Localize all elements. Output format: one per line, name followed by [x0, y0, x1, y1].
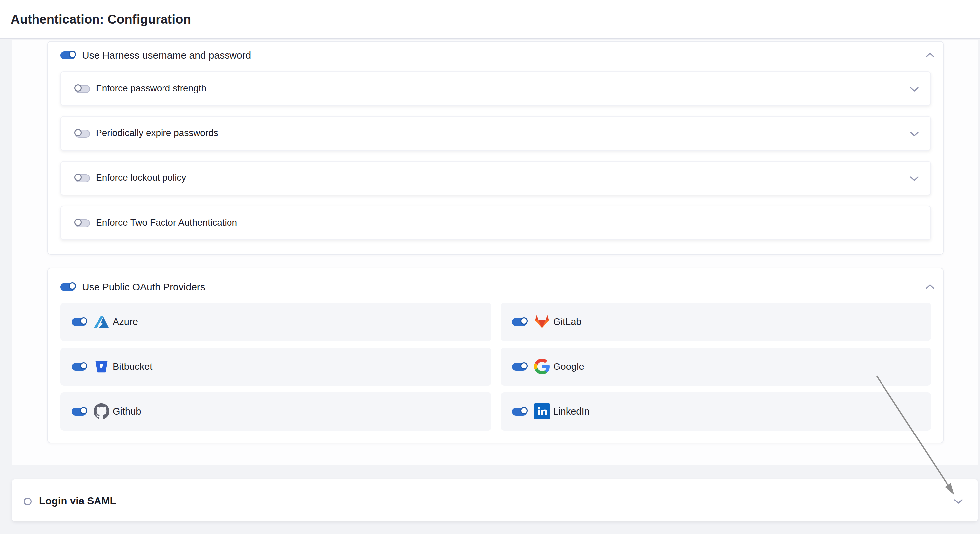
provider-label: GitLab	[553, 316, 581, 327]
provider-tile-github: Github	[60, 393, 492, 431]
oauth-providers-section: Use Public OAuth Providers Azure Bitbuck…	[48, 268, 943, 443]
auth-configuration-page: Authentication: Configuration Use Harnes…	[0, 0, 980, 534]
saml-radio[interactable]	[24, 497, 32, 505]
chevron-up-icon[interactable]	[925, 52, 935, 58]
bitbucket-icon	[94, 359, 110, 375]
setting-label: Enforce Two Factor Authentication	[96, 217, 237, 228]
provider-label: Github	[113, 406, 141, 416]
linkedin-icon	[534, 403, 550, 419]
toggle-knob	[74, 129, 81, 136]
password-strength-toggle[interactable]	[75, 85, 90, 93]
gitlab-toggle[interactable]	[512, 318, 527, 326]
toggle-knob	[80, 407, 87, 414]
toggle-knob	[74, 174, 81, 181]
provider-tile-bitbucket: Bitbucket	[60, 348, 492, 386]
provider-tile-gitlab: GitLab	[501, 303, 931, 341]
setting-row-expire-passwords: Periodically expire passwords	[60, 116, 931, 151]
section-label: Use Harness username and password	[82, 50, 251, 61]
gitlab-icon	[534, 314, 550, 330]
saml-label: Login via SAML	[39, 495, 116, 507]
google-toggle[interactable]	[512, 363, 527, 371]
chevron-up-icon[interactable]	[925, 284, 935, 289]
setting-label: Enforce lockout policy	[96, 172, 186, 183]
chevron-down-icon[interactable]	[910, 176, 919, 182]
setting-row-lockout-policy: Enforce lockout policy	[60, 161, 931, 195]
azure-icon	[94, 314, 110, 330]
github-toggle[interactable]	[72, 408, 87, 416]
github-icon	[94, 403, 110, 419]
toggle-knob	[68, 282, 76, 289]
page-title: Authentication: Configuration	[11, 0, 191, 38]
provider-label: LinkedIn	[553, 406, 590, 416]
lockout-policy-toggle[interactable]	[75, 175, 90, 183]
google-icon	[534, 359, 550, 375]
setting-label: Periodically expire passwords	[96, 128, 218, 138]
chevron-down-icon[interactable]	[954, 499, 963, 504]
provider-label: Google	[553, 361, 584, 372]
bitbucket-toggle[interactable]	[72, 363, 87, 371]
page-header: Authentication: Configuration	[0, 0, 980, 39]
setting-label: Enforce password strength	[96, 83, 206, 94]
provider-tile-azure: Azure	[60, 303, 492, 341]
provider-label: Bitbucket	[113, 361, 152, 372]
saml-login-section: Login via SAML	[12, 479, 978, 521]
linkedin-toggle[interactable]	[512, 408, 527, 416]
toggle-knob	[80, 318, 87, 325]
toggle-knob	[520, 362, 528, 369]
username-password-toggle[interactable]	[60, 51, 75, 59]
toggle-knob	[80, 362, 87, 369]
username-password-section: Use Harness username and password Enforc…	[48, 41, 943, 255]
section-label: Use Public OAuth Providers	[82, 281, 205, 292]
azure-toggle[interactable]	[72, 318, 87, 326]
oauth-providers-toggle[interactable]	[60, 283, 75, 291]
toggle-knob	[520, 318, 528, 325]
expire-passwords-toggle[interactable]	[75, 130, 90, 138]
provider-tile-google: Google	[501, 348, 931, 386]
two-factor-toggle[interactable]	[75, 219, 90, 227]
chevron-down-icon[interactable]	[910, 131, 919, 137]
provider-label: Azure	[113, 316, 138, 327]
chevron-down-icon[interactable]	[910, 86, 919, 92]
auth-settings-panel: Use Harness username and password Enforc…	[12, 40, 978, 465]
toggle-knob	[74, 219, 81, 226]
toggle-knob	[74, 84, 81, 92]
provider-tile-linkedin: LinkedIn	[501, 393, 931, 431]
toggle-knob	[68, 51, 76, 58]
toggle-knob	[520, 407, 528, 414]
setting-row-password-strength: Enforce password strength	[60, 71, 931, 106]
setting-row-two-factor: Enforce Two Factor Authentication	[60, 206, 931, 240]
